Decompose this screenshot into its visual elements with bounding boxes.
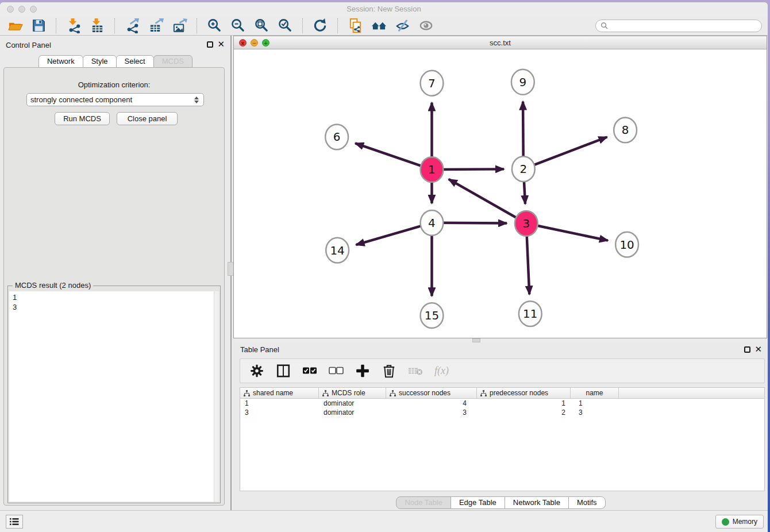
graph-edge-2-8[interactable] (523, 137, 607, 169)
graph-node-label-3: 3 (522, 217, 530, 230)
tab-style[interactable]: Style (83, 55, 117, 68)
mcds-result-list[interactable]: 1 3 (9, 291, 219, 502)
column-type-icon (322, 390, 329, 396)
home-view-button[interactable] (369, 18, 388, 34)
function-builder-button[interactable]: f(x) (434, 365, 449, 377)
open-folder-icon (7, 18, 23, 33)
table-cell[interactable]: 3 (571, 408, 619, 417)
import-network-icon (66, 18, 82, 33)
show-hide-graphics-button[interactable] (417, 18, 435, 34)
add-column-button[interactable] (355, 364, 370, 379)
export-network-button[interactable] (123, 18, 141, 34)
search-input[interactable] (611, 22, 757, 30)
control-panel-tabs: NetworkStyleSelectMCDS (0, 55, 230, 68)
open-session-button[interactable] (6, 18, 24, 34)
select-all-columns-button[interactable] (302, 364, 317, 379)
column-header-predecessor-nodes[interactable]: predecessor nodes (477, 388, 571, 398)
save-session-button[interactable] (29, 18, 48, 34)
import-table-button[interactable] (88, 18, 106, 34)
graph-node-label-15: 15 (425, 309, 439, 322)
table-tab-network-table[interactable]: Network Table (505, 496, 569, 509)
graph-node-label-7: 7 (428, 77, 436, 90)
table-panel-title: Table Panel (240, 345, 279, 354)
table-cell[interactable]: 3 (386, 408, 477, 417)
graph-node-label-14: 14 (330, 244, 344, 257)
graph-node-label-10: 10 (619, 238, 634, 252)
table-cell[interactable]: dominator (319, 399, 386, 408)
refresh-view-button[interactable] (311, 18, 329, 34)
zoom-fit-button[interactable] (252, 18, 271, 34)
graph-node-label-6: 6 (333, 130, 341, 144)
table-tab-motifs[interactable]: Motifs (568, 496, 606, 509)
select-stepper-icon (194, 97, 200, 103)
table-settings-button[interactable] (249, 364, 264, 379)
column-label: predecessor nodes (490, 389, 548, 397)
network-view-window: x − + scc.txt 7968124314101511 (233, 36, 767, 338)
toolbar-separator (337, 18, 338, 33)
float-panel-icon[interactable] (207, 41, 213, 48)
table-tabs: Node TableEdge TableNetwork TableMotifs (233, 496, 768, 509)
table-tab-node-table[interactable]: Node Table (396, 496, 451, 509)
tab-select[interactable]: Select (116, 55, 154, 68)
node-table: shared nameMCDS rolesuccessor nodesprede… (240, 387, 765, 491)
duplicate-network-button[interactable] (346, 18, 364, 34)
mcds-result-group: MCDS result (2 nodes) 1 3 (7, 286, 221, 503)
tab-mcds[interactable]: MCDS (153, 55, 192, 68)
mcds-panel: Optimization criterion: strongly connect… (3, 67, 225, 506)
export-image-icon (172, 18, 187, 33)
export-image-button[interactable] (170, 18, 188, 34)
table-row[interactable]: 1dominator411 (240, 399, 764, 408)
toggle-graphics-details-button[interactable] (393, 18, 411, 34)
network-graph-canvas[interactable]: 7968124314101511 (234, 50, 767, 338)
table-cell[interactable]: 1 (477, 399, 571, 408)
graph-edge-3-1[interactable] (449, 179, 526, 223)
delete-table-button[interactable] (408, 364, 423, 379)
export-table-icon (148, 18, 164, 33)
table-cell[interactable]: 2 (477, 408, 571, 417)
trash-icon (382, 363, 396, 379)
zoom-in-button[interactable] (205, 18, 224, 34)
export-table-button[interactable] (147, 18, 165, 34)
column-type-icon (244, 390, 250, 396)
delete-column-button[interactable] (382, 364, 396, 379)
run-mcds-button[interactable]: Run MCDS (55, 112, 110, 125)
close-panel-icon[interactable]: ✕ (217, 41, 225, 48)
table-cell[interactable]: 4 (386, 399, 477, 408)
horizontal-split-handle[interactable] (472, 338, 480, 342)
table-cell[interactable]: 1 (571, 399, 619, 408)
table-cell[interactable]: 1 (240, 399, 319, 408)
deselect-all-columns-button[interactable] (329, 364, 344, 379)
tab-network[interactable]: Network (38, 55, 83, 68)
column-header-successor-nodes[interactable]: successor nodes (386, 388, 477, 398)
memory-button[interactable]: Memory (715, 515, 764, 529)
task-history-button[interactable] (6, 515, 23, 529)
table-cell[interactable]: 3 (240, 408, 319, 417)
table-tab-edge-table[interactable]: Edge Table (451, 496, 505, 509)
table-float-icon[interactable] (744, 346, 750, 353)
zoom-selected-button[interactable] (276, 18, 294, 34)
zoom-out-button[interactable] (229, 18, 247, 34)
table-row[interactable]: 3dominator323 (240, 408, 764, 417)
column-header-shared-name[interactable]: shared name (240, 388, 319, 398)
eye-icon (418, 18, 434, 33)
graph-edge-3-10[interactable] (526, 223, 608, 241)
result-scrollbar[interactable] (214, 291, 219, 502)
graph-node-label-2: 2 (520, 163, 528, 176)
selected-option: strongly connected component (30, 95, 132, 104)
graph-node-label-11: 11 (523, 307, 537, 321)
column-label: shared name (253, 389, 293, 397)
optimization-criterion-select[interactable]: strongly connected component (26, 93, 204, 106)
optimization-criterion-label: Optimization criterion: (4, 80, 224, 89)
delete-table-icon (408, 363, 423, 379)
mcds-result-values: 1 3 (13, 292, 17, 312)
column-header-name[interactable]: name (571, 388, 619, 398)
table-cell[interactable]: dominator (319, 408, 386, 417)
split-columns-button[interactable] (276, 364, 291, 379)
table-close-icon[interactable]: ✕ (754, 346, 762, 353)
column-header-mcds-role[interactable]: MCDS role (319, 388, 386, 398)
search-box[interactable] (595, 20, 762, 32)
close-panel-button[interactable]: Close panel (117, 112, 178, 125)
main-titlebar: Session: New Session (0, 2, 768, 16)
import-network-button[interactable] (64, 18, 83, 34)
zoom-fit-icon (254, 18, 270, 33)
